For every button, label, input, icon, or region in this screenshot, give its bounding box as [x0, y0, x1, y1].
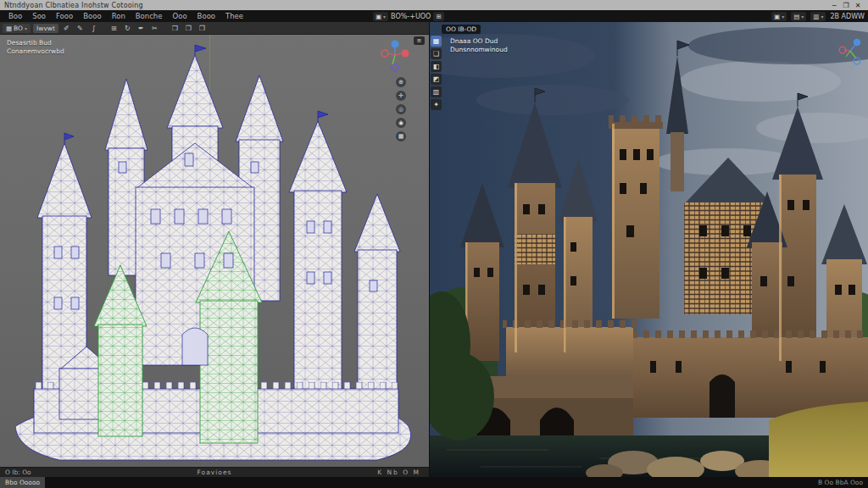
- orbit-icon[interactable]: ◎: [396, 104, 406, 114]
- minimize-button[interactable]: −: [828, 2, 840, 9]
- stamp-icon[interactable]: ❒: [170, 22, 181, 35]
- viewport-3d[interactable]: Desasrtib Bud Conanemvocrwbd ≡ ⊕ ✛ ◎ ◉ ▦: [0, 35, 429, 467]
- new-document-icon[interactable]: ❐: [197, 22, 208, 35]
- application-window: Ntnddyoan Clbnatiea Inohstw Cotooing − ❐…: [0, 0, 868, 488]
- render-slot-selector[interactable]: OO IB-OD: [442, 25, 481, 34]
- axis-line: [209, 35, 210, 91]
- viewport-info-line1: Desasrtib Bud: [7, 39, 64, 47]
- perspective-toggle-icon[interactable]: ▦: [396, 131, 406, 141]
- title-bar: Ntnddyoan Clbnatiea Inohstw Cotooing − ❐…: [0, 0, 868, 10]
- brush-icon[interactable]: ✐: [61, 22, 72, 35]
- viewport-shading-label[interactable]: BO%-+UOO: [391, 13, 431, 20]
- status-tab[interactable]: Bbo Ooooo: [0, 477, 45, 488]
- render-info-line1: Dnaaa OO Dud: [450, 37, 508, 46]
- view-layer-icon: ▤: [793, 13, 799, 20]
- viewport-header: ▦ BO ▾ Iwvwt ✐ ✎ ∫ ⊞ ↻ ✒ ✂ ❒ ❐ ❐: [0, 22, 429, 35]
- menu-item-1[interactable]: Soo: [27, 10, 51, 22]
- chevron-down-icon: ▾: [782, 14, 784, 19]
- curve-tool-icon[interactable]: ∫: [88, 22, 99, 35]
- texture-icon[interactable]: ▥: [431, 86, 442, 97]
- viewport-info-overlay: Desasrtib Bud Conanemvocrwbd: [7, 39, 64, 56]
- menu-item-0[interactable]: Boo: [3, 10, 27, 22]
- status-info: B Oo BbA Ooo: [818, 479, 868, 486]
- viewport-shading-group: ▣ ▾ BO%-+UOO ⊞: [373, 11, 444, 21]
- pen-icon[interactable]: ✒: [136, 22, 147, 35]
- zoom-icon[interactable]: ⊕: [396, 77, 406, 87]
- timeline-bar: O Ib: Oo Foavioes K Nb O M: [0, 467, 429, 477]
- editor-type-icon: ▦: [6, 25, 12, 32]
- editor-type-button[interactable]: ▦ BO ▾: [3, 24, 31, 33]
- collapse-button[interactable]: ≡: [414, 36, 425, 45]
- renderer-info-label: 2B ADWW: [830, 13, 865, 20]
- restore-button[interactable]: ❐: [840, 2, 852, 9]
- navigation-gizmo[interactable]: [837, 36, 863, 68]
- camera-icon[interactable]: ◉: [396, 118, 406, 128]
- layers-icon[interactable]: ❏: [431, 48, 442, 59]
- pencil-icon[interactable]: ✎: [75, 22, 86, 35]
- render-info-line2: Dunsnnomwinoud: [450, 46, 508, 54]
- chevron-down-icon: ▾: [383, 14, 386, 19]
- scene-selector[interactable]: ▣ ▾: [771, 12, 787, 21]
- pan-icon[interactable]: ✛: [396, 91, 406, 101]
- menu-item-8[interactable]: Thee: [220, 10, 248, 22]
- display-mode-button[interactable]: ▣ ▾: [373, 12, 388, 21]
- menu-item-5[interactable]: Bonche: [131, 10, 168, 22]
- render-view-pane[interactable]: OO IB-OD ▦ ❏ ◧ ◩ ▥ ✦ Dnaaa OO Dud Dunsnn…: [429, 22, 868, 477]
- navigation-gizmo[interactable]: [380, 38, 410, 75]
- menu-item-6[interactable]: Ooo: [168, 10, 192, 22]
- render-toolbar: ▦ ❏ ◧ ◩ ▥ ✦: [431, 36, 442, 110]
- mode-label: Iwvwt: [36, 25, 55, 32]
- display-mode-icon: ▣: [376, 13, 381, 20]
- menu-bar: Boo Soo Fooo Booo Ron Bonche Ooo Booo Th…: [0, 10, 868, 22]
- scene-icon: ▣: [774, 13, 780, 20]
- viewport-controls: ⊕ ✛ ◎ ◉ ▦: [396, 77, 406, 141]
- chevron-down-icon: ▾: [801, 14, 804, 19]
- material-icon[interactable]: ◩: [431, 74, 442, 85]
- effects-icon[interactable]: ✦: [431, 99, 442, 110]
- scissors-icon[interactable]: ✂: [149, 22, 160, 35]
- menu-item-2[interactable]: Fooo: [51, 10, 78, 22]
- mode-selector[interactable]: Iwvwt: [33, 24, 58, 33]
- chevron-down-icon: ▾: [821, 14, 823, 19]
- viewport-editor-pane: ▦ BO ▾ Iwvwt ✐ ✎ ∫ ⊞ ↻ ✒ ✂ ❒ ❐ ❐: [0, 22, 429, 477]
- menu-item-4[interactable]: Ron: [107, 10, 131, 22]
- window-title: Ntnddyoan Clbnatiea Inohstw Cotooing: [4, 2, 828, 9]
- renderer-selector[interactable]: ▥ ▾: [810, 12, 826, 21]
- transform-icon[interactable]: ⊞: [108, 22, 120, 35]
- document-icon[interactable]: ❐: [183, 22, 194, 35]
- image-tool-icon[interactable]: ▦: [431, 36, 442, 47]
- close-button[interactable]: ✕: [852, 2, 864, 9]
- rendered-castle-image: [430, 22, 868, 477]
- shading-icon[interactable]: ◧: [431, 61, 442, 72]
- grid-toggle-button[interactable]: ⊞: [433, 12, 443, 21]
- menu-item-7[interactable]: Booo: [192, 10, 220, 22]
- render-info-overlay: Dnaaa OO Dud Dunsnnomwinoud: [450, 37, 508, 54]
- wireframe-castle-model: [0, 43, 429, 467]
- grid-icon: ⊞: [436, 13, 441, 20]
- view-layer-selector[interactable]: ▤ ▾: [791, 12, 806, 21]
- renderer-icon: ▥: [813, 13, 819, 20]
- chevron-down-icon: ▾: [25, 25, 27, 31]
- viewport-info-line2: Conanemvocrwbd: [7, 47, 64, 56]
- status-bar: Bbo Ooooo B Oo BbA Ooo: [0, 477, 868, 488]
- menu-item-3[interactable]: Booo: [78, 10, 106, 22]
- rotate-icon[interactable]: ↻: [122, 22, 133, 35]
- scene-selector-group: ▣ ▾ ▤ ▾ ▥ ▾ 2B ADWW: [771, 11, 865, 21]
- editor-type-label: BO: [14, 25, 23, 32]
